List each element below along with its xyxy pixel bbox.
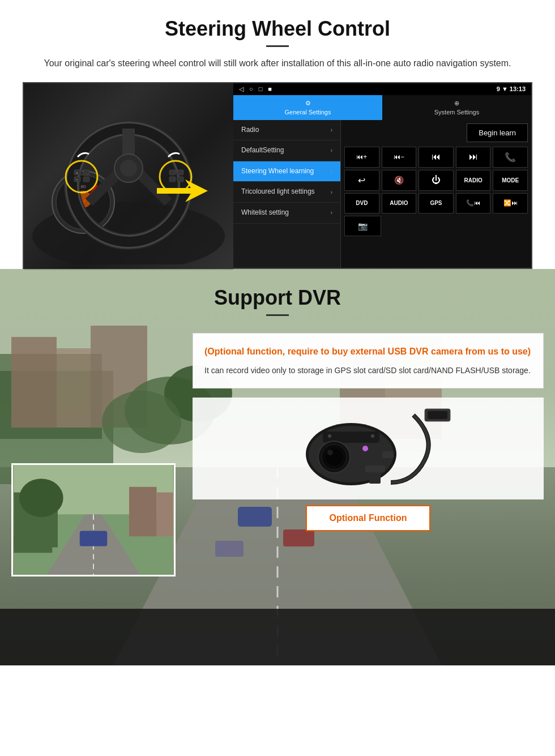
svg-rect-67 (365, 465, 385, 472)
svg-rect-21 (83, 170, 89, 175)
svg-rect-71 (382, 451, 394, 458)
svg-point-52 (19, 479, 63, 517)
dvr-left (11, 333, 181, 576)
svg-rect-27 (177, 177, 183, 182)
ctrl-btn-vol-down[interactable]: ⏮− (382, 147, 417, 168)
chevron-icon: › (331, 147, 332, 153)
home-icon[interactable]: ○ (249, 86, 253, 93)
svg-rect-58 (428, 411, 447, 419)
android-ui: 60 80 100 (23, 82, 532, 269)
steering-title: Steering Wheel Control (23, 17, 532, 41)
dvr-section: Support DVR (0, 269, 555, 665)
chevron-icon: › (331, 210, 332, 216)
dvr-optional-text: (Optional function, require to buy exter… (204, 345, 532, 358)
control-buttons-row1: ⏮+ ⏮− ⏮ ⏭ 📞 (344, 147, 528, 168)
system-icon: ⊕ (454, 100, 459, 107)
ctrl-btn-shuffle-next[interactable]: 🔀⏭ (493, 193, 528, 213)
svg-rect-54 (157, 492, 173, 536)
svg-rect-26 (169, 177, 176, 182)
steering-divider (266, 45, 289, 47)
svg-rect-68 (369, 472, 381, 484)
ctrl-btn-audio[interactable]: AUDIO (382, 193, 417, 213)
dvr-camera-svg (278, 403, 459, 494)
svg-rect-22 (83, 177, 89, 182)
signal-icon: 9 ▼ (497, 86, 510, 92)
back-icon[interactable]: ◁ (239, 86, 244, 93)
settings-menu: Radio › DefaultSetting › Steering Wheel … (233, 120, 341, 268)
settings-content: Begin learn ⏮+ ⏮− ⏮ ⏭ 📞 ↩ 🔇 ⏻ (341, 120, 531, 268)
optional-function-row: Optional Function (193, 505, 544, 531)
dvr-thumbnail-inner (13, 465, 174, 575)
ctrl-btn-phone[interactable]: 📞 (493, 147, 528, 168)
menu-item-steering-wheel[interactable]: Steering Wheel learning › (233, 161, 340, 182)
menu-icon[interactable]: ■ (268, 86, 272, 93)
dvr-title: Support DVR (0, 286, 555, 310)
svg-rect-46 (0, 609, 555, 665)
tab-bar: ⚙ General Settings ⊕ System Settings (233, 95, 531, 120)
menu-item-radio[interactable]: Radio › (233, 120, 340, 141)
svg-text:80: 80 (81, 184, 86, 189)
steering-wheel-illustration: 60 80 100 (32, 89, 225, 264)
svg-point-15 (120, 160, 137, 177)
control-buttons-row4: 📷 (344, 216, 528, 236)
status-bar-right: 9 ▼ 13:13 (497, 86, 526, 92)
svg-rect-24 (169, 170, 176, 175)
clock: 13:13 (510, 86, 526, 92)
svg-rect-53 (129, 486, 156, 536)
svg-point-65 (327, 450, 333, 455)
ctrl-btn-phone-prev[interactable]: 📞⏮ (456, 193, 491, 213)
nav-icons: ◁ ○ □ ■ (239, 86, 272, 93)
ctrl-btn-power[interactable]: ⏻ (419, 170, 454, 191)
control-buttons-row2: ↩ 🔇 ⏻ RADIO MODE (344, 170, 528, 191)
gear-icon: ⚙ (305, 100, 311, 107)
ctrl-btn-next[interactable]: ⏭ (456, 147, 491, 168)
steering-wheel-photo: 60 80 100 (24, 83, 233, 270)
settings-main: Radio › DefaultSetting › Steering Wheel … (233, 120, 531, 268)
dvr-content: Support DVR (0, 269, 555, 593)
ctrl-btn-dvd[interactable]: DVD (344, 193, 379, 213)
control-buttons-row3: DVD AUDIO GPS 📞⏮ 🔀⏭ (344, 193, 528, 213)
menu-item-whitelist[interactable]: Whitelist setting › (233, 203, 340, 224)
svg-rect-56 (14, 536, 52, 553)
dvr-info-box: (Optional function, require to buy exter… (193, 333, 544, 388)
steering-section: Steering Wheel Control Your original car… (0, 0, 555, 269)
ctrl-btn-mode[interactable]: MODE (493, 170, 528, 191)
ctrl-btn-vol-up[interactable]: ⏮+ (344, 147, 379, 168)
recents-icon[interactable]: □ (259, 86, 263, 93)
svg-text:+: + (76, 171, 78, 174)
dvr-divider (266, 314, 289, 316)
chevron-icon: › (331, 127, 332, 133)
svg-rect-25 (177, 170, 183, 175)
ctrl-btn-back[interactable]: ↩ (344, 170, 379, 191)
ctrl-btn-gps[interactable]: GPS (419, 193, 454, 213)
dvr-main: (Optional function, require to buy exter… (0, 333, 555, 576)
status-bar: ◁ ○ □ ■ 9 ▼ 13:13 (233, 83, 531, 95)
ctrl-btn-prev[interactable]: ⏮ (419, 147, 454, 168)
menu-item-tricoloured[interactable]: Tricoloured light settings › (233, 182, 340, 203)
dvr-camera-thumbnail (11, 463, 176, 576)
begin-learn-button[interactable]: Begin learn (467, 123, 528, 142)
ctrl-btn-mute[interactable]: 🔇 (382, 170, 417, 191)
svg-point-70 (371, 434, 374, 438)
dvr-camera-area (193, 398, 544, 499)
tab-system-settings[interactable]: ⊕ System Settings (382, 95, 531, 120)
svg-point-66 (362, 446, 368, 451)
svg-text:−: − (76, 178, 78, 181)
begin-learn-row: Begin learn (344, 123, 528, 142)
dvr-right: (Optional function, require to buy exter… (193, 333, 544, 531)
chevron-icon: › (331, 189, 332, 195)
ctrl-btn-camera[interactable]: 📷 (344, 216, 381, 236)
dvr-body-text: It can record video only to storage in G… (204, 364, 532, 377)
menu-item-default-setting[interactable]: DefaultSetting › (233, 140, 340, 161)
dvr-road-svg (13, 465, 174, 575)
svg-rect-55 (80, 531, 108, 546)
chevron-icon: › (331, 168, 332, 174)
steering-description: Your original car's steering wheel contr… (23, 56, 532, 71)
ctrl-btn-radio[interactable]: RADIO (456, 170, 491, 191)
optional-function-button[interactable]: Optional Function (306, 505, 431, 531)
tab-general-label: General Settings (285, 109, 331, 116)
svg-point-69 (328, 434, 331, 438)
tab-system-label: System Settings (434, 109, 479, 116)
tab-general-settings[interactable]: ⚙ General Settings (233, 95, 382, 120)
android-settings-panel: ◁ ○ □ ■ 9 ▼ 13:13 ⚙ General Settings ⊕ (233, 83, 531, 268)
